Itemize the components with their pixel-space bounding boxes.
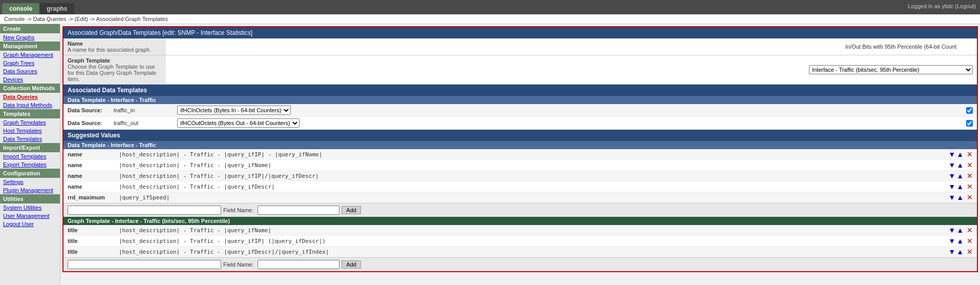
tab-console[interactable]: console [2, 3, 39, 14]
down-arrow-1[interactable]: ▼ [948, 161, 955, 169]
gt-row-1: title |host_description| - Traffic - |qu… [63, 236, 977, 247]
sidebar-item-import-templates[interactable]: Import Templates [0, 152, 60, 160]
suggested-actions-2: ▼ ▲ ✕ [948, 172, 973, 180]
delete-icon-4[interactable]: ✕ [967, 193, 973, 201]
graph-template-desc: Choose the Graph Template to use for thi… [68, 64, 162, 82]
add-button-2[interactable]: Add [342, 260, 361, 269]
sidebar-item-system-utilities[interactable]: System Utilities [0, 203, 60, 212]
down-arrow-0[interactable]: ▼ [948, 151, 955, 158]
up-arrow-3[interactable]: ▲ [956, 183, 964, 190]
tab-graphs[interactable]: graphs [39, 3, 74, 14]
suggested-label-4: rrd_maximum [68, 194, 119, 200]
delete-icon-2[interactable]: ✕ [967, 172, 973, 180]
graph-template-row: Graph Template Choose the Graph Template… [63, 55, 977, 85]
field-add-row-1: Field Name: Add [63, 203, 977, 217]
breadcrumb: Console -> Data Queries -> (Edit) -> Ass… [0, 14, 980, 24]
gt-down-2[interactable]: ▼ [948, 248, 955, 255]
sidebar-item-new-graphs[interactable]: New Graphs [0, 33, 60, 42]
sidebar: Create New Graphs Management Graph Manag… [0, 24, 60, 285]
sidebar-item-plugin-management[interactable]: Plugin Management [0, 186, 60, 194]
field-add-row-2: Field Name: Add [63, 257, 977, 271]
delete-icon-3[interactable]: ✕ [967, 182, 973, 191]
sidebar-item-logout-user[interactable]: Logout User [0, 220, 60, 228]
suggested-label-1: name [68, 162, 119, 168]
sidebar-section-utilities: Utilities [0, 194, 60, 203]
suggested-value-4: |query_ifSpeed| [119, 194, 948, 201]
gt-delete-0[interactable]: ✕ [967, 226, 973, 234]
name-label: Name [68, 40, 162, 47]
gt-label-0: title [68, 227, 119, 233]
source2-dropdown[interactable]: ifHCOutOctets (Bytes Out - 64-bit Counte… [177, 118, 300, 128]
sidebar-item-graph-templates[interactable]: Graph Templates [0, 118, 60, 127]
field-name-value-input-1[interactable] [258, 206, 339, 215]
sidebar-item-data-input-methods[interactable]: Data Input Methods [0, 101, 60, 109]
gt-value-0: |host_description| - Traffic - |query_if… [119, 227, 948, 234]
gt-down-0[interactable]: ▼ [948, 227, 955, 234]
field-name-label-2: Field Name: [223, 261, 253, 268]
source2-checkbox[interactable] [966, 120, 973, 127]
gt-delete-1[interactable]: ✕ [967, 237, 973, 245]
gt-row-2: title |host_description| - Traffic - |qu… [63, 247, 977, 257]
sidebar-section-collection-methods: Collection Methods [0, 84, 60, 93]
gt-label-2: title [68, 249, 119, 255]
sidebar-item-export-templates[interactable]: Export Templates [0, 160, 60, 169]
dt-interface-traffic-header: Data Template - Interface - Traffic [63, 141, 977, 149]
sidebar-item-settings[interactable]: Settings [0, 178, 60, 186]
sidebar-item-graph-management[interactable]: Graph Management [0, 51, 60, 59]
sidebar-item-devices[interactable]: Devices [0, 75, 60, 84]
sidebar-item-data-queries[interactable]: Data Queries [0, 93, 60, 101]
gt-up-1[interactable]: ▲ [956, 237, 964, 245]
gt-value-2: |host_description| - Traffic - |query_if… [119, 249, 948, 255]
field-name-value-input-2[interactable] [258, 260, 339, 269]
add-button-1[interactable]: Add [342, 206, 361, 214]
top-navigation: console graphs Logged in as ytidc (Logou… [0, 0, 980, 14]
assoc-data-templates-section-header: Associated Data Templates [63, 85, 977, 96]
source1-dropdown[interactable]: ifHCInOctets (Bytes In - 64-bit Counters… [177, 106, 291, 115]
up-arrow-2[interactable]: ▲ [956, 172, 964, 179]
suggested-value-1: |host_description| - Traffic - |query_if… [119, 162, 948, 169]
down-arrow-2[interactable]: ▼ [948, 172, 955, 179]
down-arrow-3[interactable]: ▼ [948, 183, 955, 190]
field-name-input-1[interactable] [68, 206, 221, 215]
suggested-label-3: name [68, 184, 119, 190]
gt-delete-2[interactable]: ✕ [967, 248, 973, 256]
suggested-actions-0: ▼ ▲ ✕ [948, 150, 973, 158]
gt-label-1: title [68, 238, 119, 244]
source2-label: Data Source: [68, 120, 114, 126]
source1-name: traffic_in [114, 107, 175, 113]
down-arrow-4[interactable]: ▼ [948, 194, 955, 201]
source1-checkbox[interactable] [966, 107, 973, 114]
form-table: Name A name for this associated graph. I… [63, 38, 977, 85]
up-arrow-4[interactable]: ▲ [956, 194, 964, 201]
gt-down-1[interactable]: ▼ [948, 237, 955, 245]
sidebar-item-graph-trees[interactable]: Graph Trees [0, 59, 60, 67]
suggested-actions-3: ▼ ▲ ✕ [948, 182, 973, 191]
content-box: Associated Graph/Data Templates [edit: S… [62, 26, 978, 272]
assoc-graph-data-templates-header: Associated Graph/Data Templates [edit: S… [63, 27, 977, 38]
name-desc: A name for this associated graph. [68, 47, 162, 53]
sidebar-item-data-templates[interactable]: Data Templates [0, 135, 60, 143]
gt-actions-0: ▼ ▲ ✕ [948, 226, 973, 234]
sidebar-item-user-management[interactable]: User Management [0, 212, 60, 220]
field-name-input-2[interactable] [68, 260, 221, 269]
gt-actions-1: ▼ ▲ ✕ [948, 237, 973, 245]
up-arrow-1[interactable]: ▲ [956, 161, 964, 169]
logged-in-bar: Logged in as ytidc (Logout) [908, 3, 976, 9]
suggested-value-2: |host_description| - Traffic - |query_if… [119, 173, 948, 179]
source2-name: traffic_out [114, 120, 175, 126]
delete-icon-1[interactable]: ✕ [967, 161, 973, 169]
suggested-actions-1: ▼ ▲ ✕ [948, 161, 973, 169]
suggested-value-0: |host_description| - Traffic - |query_if… [119, 151, 948, 158]
sidebar-section-create: Create [0, 24, 60, 33]
sidebar-item-host-templates[interactable]: Host Templates [0, 127, 60, 135]
sidebar-item-data-sources[interactable]: Data Sources [0, 67, 60, 75]
graph-template-traffic-header: Graph Template - Interface - Traffic (bi… [63, 217, 977, 225]
delete-icon-0[interactable]: ✕ [967, 150, 973, 158]
suggested-row-1: name |host_description| - Traffic - |que… [63, 160, 977, 171]
up-arrow-0[interactable]: ▲ [956, 151, 964, 158]
gt-up-2[interactable]: ▲ [956, 248, 964, 255]
gt-up-0[interactable]: ▲ [956, 227, 964, 234]
suggested-value-3: |host_description| - Traffic - |query_if… [119, 184, 948, 190]
suggested-label-2: name [68, 173, 119, 179]
graph-template-dropdown[interactable]: Interface - Traffic (bits/sec, 95th Perc… [809, 65, 973, 74]
